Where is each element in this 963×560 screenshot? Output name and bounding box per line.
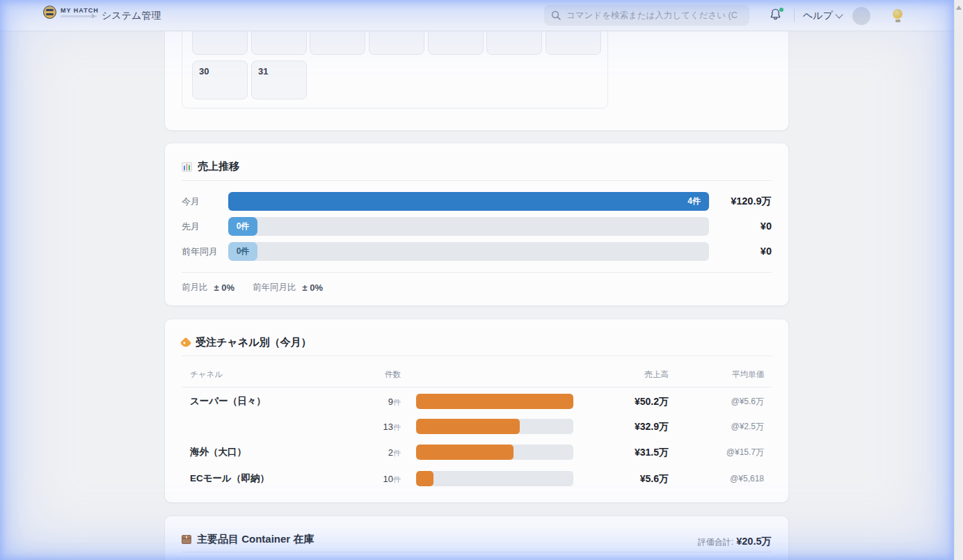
order-channels-title: 受注チャネル別（今月） — [182, 336, 311, 349]
order-channels-card: 受注チャネル別（今月） チャネル 件数 売上高 平均単価 スーパー（日々） 9件… — [164, 319, 789, 503]
top-navbar: MY HATCH › システム管理 ヘルプ — [0, 0, 954, 31]
divider — [182, 180, 772, 181]
header-sales: 売上高 — [582, 369, 669, 380]
channel-avg-price: @¥15.7万 — [678, 444, 764, 461]
channel-name: 海外（大口） — [190, 444, 246, 461]
command-search — [544, 5, 749, 26]
header-channel: チャネル — [190, 369, 223, 380]
notification-dot — [779, 8, 783, 12]
channel-bar-track — [416, 394, 573, 409]
breadcrumb[interactable]: システム管理 — [102, 10, 161, 22]
trend-bar-track: 0件 — [228, 217, 709, 236]
trend-bar-track: 0件 — [228, 242, 709, 261]
yoy-ratio: 前年同月比 ± 0% — [253, 282, 323, 294]
trend-row-last-month: 先月 0件 ¥0 — [165, 217, 788, 236]
navbar-divider — [794, 9, 795, 22]
channel-bar-fill — [416, 394, 573, 409]
trend-count-badge: 0件 — [228, 217, 257, 236]
channel-bar-fill — [416, 471, 433, 486]
sales-trend-title: 売上推移 — [182, 160, 239, 173]
search-input[interactable] — [544, 5, 749, 26]
order-channels-title-text: 受注チャネル別（今月） — [196, 336, 311, 349]
channel-sales: ¥32.9万 — [582, 418, 669, 435]
channel-row-unnamed: 13件 ¥32.9万 @¥2.5万 — [165, 418, 788, 435]
app-logo[interactable]: MY HATCH — [43, 6, 99, 19]
trend-bar-fill: 4件 — [228, 192, 709, 211]
channel-sales: ¥50.2万 — [582, 393, 669, 410]
trend-label: 先月 — [182, 217, 226, 236]
trend-row-last-year-month: 前年同月 0件 ¥0 — [165, 242, 788, 261]
divider — [182, 387, 772, 387]
channel-count: 10件 — [350, 470, 401, 488]
channel-avg-price: @¥5,618 — [678, 470, 764, 487]
package-icon — [182, 535, 191, 544]
calendar-cell-31[interactable]: 31 — [251, 61, 307, 99]
divider — [182, 355, 772, 356]
lightbulb-icon — [893, 9, 902, 19]
channel-name: ECモール（即納） — [190, 470, 269, 487]
trend-value: ¥0 — [681, 242, 772, 261]
trend-bar-track: 4件 — [228, 192, 709, 211]
trend-count-badge: 0件 — [228, 242, 257, 261]
scroll-up-arrow-icon — [956, 6, 962, 10]
trend-footer: 前月比 ± 0% 前年同月比 ± 0% — [182, 282, 323, 294]
mom-ratio-value: ± 0% — [214, 282, 235, 293]
vertical-scrollbar[interactable] — [954, 0, 963, 560]
mom-ratio-label: 前月比 — [182, 282, 208, 294]
channel-row-super: スーパー（日々） 9件 ¥50.2万 @¥5.6万 — [165, 393, 788, 410]
channel-bar-track — [416, 471, 573, 486]
bee-logo-icon — [43, 6, 56, 19]
channel-bar-track — [416, 445, 573, 460]
channel-row-ec-mall: ECモール（即納） 10件 ¥5.6万 @¥5,618 — [165, 470, 788, 487]
channel-count: 13件 — [350, 418, 401, 435]
header-avg: 平均単価 — [678, 369, 764, 380]
channel-avg-price: @¥5.6万 — [678, 393, 764, 410]
inventory-title-text: 主要品目 Container 在庫 — [197, 533, 314, 546]
channel-count: 2件 — [350, 444, 401, 461]
yoy-ratio-label: 前年同月比 — [253, 282, 296, 294]
trend-value: ¥120.9万 — [681, 192, 772, 211]
trend-label: 今月 — [182, 192, 226, 211]
channel-bar-fill — [416, 445, 514, 460]
trend-row-this-month: 今月 4件 ¥120.9万 — [165, 192, 788, 211]
channels-table-header: チャネル 件数 売上高 平均単価 — [165, 369, 788, 381]
trend-value: ¥0 — [681, 217, 772, 236]
calendar-cell-30[interactable]: 30 — [192, 61, 248, 99]
breadcrumb-chevron-icon: › — [91, 8, 95, 22]
mom-ratio: 前月比 ± 0% — [182, 282, 234, 294]
sales-trend-card: 売上推移 今月 4件 ¥120.9万 先月 0件 ¥0 前年同月 0件 ¥0 — [164, 143, 789, 306]
channel-avg-price: @¥2.5万 — [678, 418, 764, 435]
divider — [182, 552, 772, 552]
notifications-button[interactable] — [769, 8, 784, 23]
channel-row-overseas: 海外（大口） 2件 ¥31.5万 @¥15.7万 — [165, 444, 788, 461]
lightbulb-button[interactable] — [893, 9, 902, 22]
inventory-total-label: 評価合計: — [698, 537, 733, 547]
help-menu[interactable]: ヘルプ — [803, 10, 842, 22]
channel-count: 9件 — [350, 393, 401, 410]
channel-bar-track — [416, 419, 573, 434]
inventory-card: 主要品目 Container 在庫 評価合計:¥20.5万 — [164, 515, 789, 560]
channel-bar-fill — [416, 419, 520, 434]
search-icon — [551, 10, 561, 20]
chevron-down-icon — [835, 10, 843, 18]
sales-trend-title-text: 売上推移 — [198, 160, 239, 173]
trend-label: 前年同月 — [182, 242, 226, 261]
inventory-title: 主要品目 Container 在庫 — [182, 533, 314, 546]
inventory-total: 評価合計:¥20.5万 — [698, 535, 772, 548]
bar-chart-icon — [182, 162, 192, 172]
divider — [182, 272, 772, 273]
user-avatar[interactable] — [852, 7, 870, 25]
inventory-total-value: ¥20.5万 — [736, 536, 772, 547]
header-count: 件数 — [350, 369, 401, 380]
channel-name: スーパー（日々） — [190, 393, 266, 410]
yoy-ratio-value: ± 0% — [303, 282, 324, 293]
help-label: ヘルプ — [803, 10, 833, 22]
channel-sales: ¥5.6万 — [582, 470, 669, 487]
tag-icon — [180, 337, 192, 349]
channel-sales: ¥31.5万 — [582, 444, 669, 461]
